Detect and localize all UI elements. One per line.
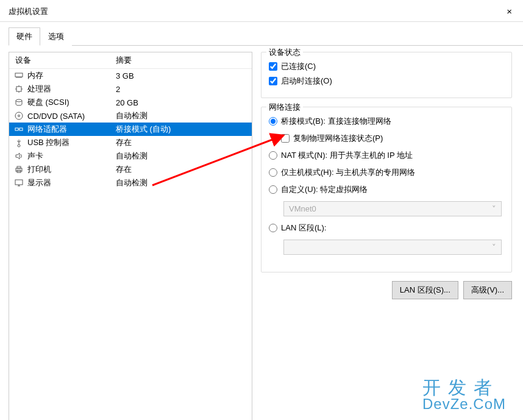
content-area: 设备 摘要 内存 3 GB 处理器 2 硬盘 (SCSI) 20 GB CD/D…	[0, 46, 523, 420]
device-summary-label: 自动检测	[116, 151, 252, 162]
svg-rect-0	[15, 73, 23, 77]
device-summary-label: 存在	[116, 164, 252, 175]
advanced-button[interactable]: 高级(V)...	[463, 281, 512, 299]
device-row-usb[interactable]: USB 控制器 存在	[9, 136, 252, 149]
bridged-radio-row[interactable]: 桥接模式(B): 直接连接物理网络	[269, 116, 504, 127]
device-summary-label: 20 GB	[116, 98, 252, 107]
connected-label: 已连接(C)	[281, 61, 316, 72]
device-row-network[interactable]: 网络适配器 桥接模式 (自动)	[9, 123, 252, 136]
connect-at-power-label: 启动时连接(O)	[281, 76, 332, 87]
device-row-memory[interactable]: 内存 3 GB	[9, 69, 252, 82]
nat-radio[interactable]	[269, 151, 277, 160]
svg-rect-22	[17, 166, 21, 168]
device-summary-label: 存在	[116, 137, 252, 148]
replicate-checkbox-row[interactable]: 复制物理网络连接状态(P)	[281, 133, 504, 144]
nat-radio-row[interactable]: NAT 模式(N): 用于共享主机的 IP 地址	[269, 150, 504, 161]
svg-rect-6	[16, 87, 21, 91]
bridged-radio[interactable]	[269, 117, 277, 126]
connect-at-power-checkbox[interactable]	[269, 77, 277, 85]
lan-segment-radio-row[interactable]: LAN 区段(L):	[269, 222, 504, 233]
device-name-label: 打印机	[27, 164, 116, 175]
custom-label: 自定义(U): 特定虚拟网络	[281, 184, 368, 195]
lan-segment-radio[interactable]	[269, 224, 277, 232]
group-title: 网络连接	[266, 102, 303, 113]
usb-icon	[14, 138, 24, 148]
bridged-label: 桥接模式(B): 直接连接物理网络	[281, 116, 391, 127]
memory-icon	[14, 71, 24, 80]
connect-at-power-checkbox-row[interactable]: 启动时连接(O)	[269, 76, 504, 87]
device-name-label: 硬盘 (SCSI)	[27, 97, 116, 108]
custom-radio[interactable]	[269, 185, 277, 194]
device-name-label: 内存	[27, 70, 116, 81]
table-header: 设备 摘要	[9, 52, 252, 69]
device-status-group: 设备状态 已连接(C) 启动时连接(O)	[261, 52, 512, 98]
svg-rect-14	[15, 128, 18, 130]
device-name-label: 显示器	[27, 177, 116, 188]
replicate-label: 复制物理网络连接状态(P)	[293, 133, 383, 144]
device-summary-label: 自动检测	[116, 177, 252, 188]
button-row: LAN 区段(S)... 高级(V)...	[261, 281, 512, 299]
hostonly-radio-row[interactable]: 仅主机模式(H): 与主机共享的专用网络	[269, 167, 504, 178]
header-summary: 摘要	[116, 55, 252, 66]
device-summary-label: 3 GB	[116, 71, 252, 80]
lan-segment-label: LAN 区段(L):	[281, 222, 326, 233]
device-name-label: CD/DVD (SATA)	[27, 112, 116, 121]
device-row-cddvd[interactable]: CD/DVD (SATA) 自动检测	[9, 109, 252, 123]
svg-rect-24	[15, 180, 23, 185]
device-summary-label: 自动检测	[116, 110, 252, 121]
svg-rect-15	[20, 128, 23, 130]
network-icon	[14, 124, 24, 134]
custom-radio-row[interactable]: 自定义(U): 特定虚拟网络	[269, 184, 504, 195]
disk-icon	[14, 98, 24, 107]
window-title: 虚拟机设置	[9, 6, 48, 17]
tab-options[interactable]: 选项	[40, 27, 72, 46]
device-row-cpu[interactable]: 处理器 2	[9, 82, 252, 96]
device-name-label: 网络适配器	[27, 124, 116, 135]
svg-point-11	[16, 99, 22, 102]
svg-point-12	[15, 112, 23, 119]
printer-icon	[14, 165, 24, 174]
chevron-down-icon: ˅	[492, 204, 496, 213]
lan-segments-button[interactable]: LAN 区段(S)...	[392, 281, 458, 299]
device-name-label: USB 控制器	[27, 137, 116, 148]
chevron-down-icon: ˅	[492, 243, 496, 252]
custom-network-dropdown: VMnet0 ˅	[283, 201, 502, 216]
settings-panel: 设备状态 已连接(C) 启动时连接(O) 网络连接 桥接模式(B): 直接连接物…	[258, 52, 514, 420]
device-summary-label: 2	[116, 85, 252, 94]
connected-checkbox-row[interactable]: 已连接(C)	[269, 61, 504, 72]
nat-label: NAT 模式(N): 用于共享主机的 IP 地址	[281, 150, 413, 161]
device-name-label: 处理器	[27, 84, 116, 94]
disc-icon	[14, 111, 24, 121]
network-connection-group: 网络连接 桥接模式(B): 直接连接物理网络 复制物理网络连接状态(P) NAT…	[261, 107, 512, 272]
custom-network-value: VMnet0	[289, 204, 316, 213]
tab-hardware[interactable]: 硬件	[9, 27, 40, 46]
svg-point-17	[18, 144, 20, 147]
header-device: 设备	[9, 55, 116, 66]
device-list-panel: 设备 摘要 内存 3 GB 处理器 2 硬盘 (SCSI) 20 GB CD/D…	[9, 52, 252, 420]
tabs: 硬件 选项	[9, 27, 523, 46]
group-title: 设备状态	[266, 47, 303, 58]
connected-checkbox[interactable]	[269, 62, 277, 71]
display-icon	[14, 178, 24, 188]
close-button[interactable]: ×	[503, 5, 516, 18]
device-row-printer[interactable]: 打印机 存在	[9, 163, 252, 176]
device-row-sound[interactable]: 声卡 自动检测	[9, 149, 252, 163]
hostonly-label: 仅主机模式(H): 与主机共享的专用网络	[281, 167, 415, 178]
replicate-checkbox[interactable]	[281, 134, 290, 143]
device-row-display[interactable]: 显示器 自动检测	[9, 176, 252, 190]
device-row-disk[interactable]: 硬盘 (SCSI) 20 GB	[9, 96, 252, 109]
device-summary-label: 桥接模式 (自动)	[116, 124, 252, 135]
hostonly-radio[interactable]	[269, 168, 277, 177]
svg-point-13	[18, 115, 20, 117]
device-name-label: 声卡	[27, 151, 116, 162]
sound-icon	[14, 151, 24, 161]
titlebar: 虚拟机设置 ×	[0, 0, 523, 22]
cpu-icon	[14, 84, 24, 94]
lan-segment-dropdown: ˅	[283, 240, 502, 255]
